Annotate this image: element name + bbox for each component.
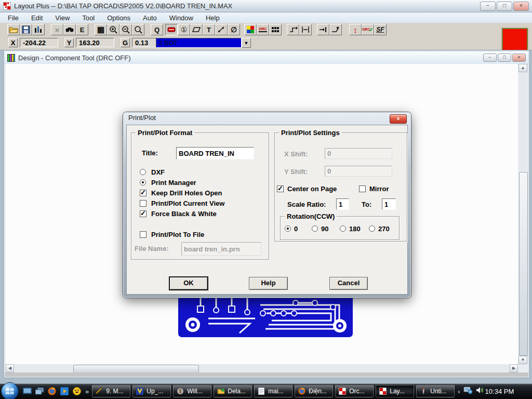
task-button-active[interactable]: Lay... [376, 385, 414, 397]
query-icon[interactable]: Q [151, 24, 163, 35]
drc-check-icon[interactable]: DRC✓ [362, 24, 374, 35]
edit-segment-icon[interactable] [287, 24, 299, 35]
horizontal-scrollbar[interactable]: ◀ ▶ [6, 364, 518, 373]
dxf-radio[interactable] [140, 169, 146, 175]
menu-options[interactable]: Options [102, 13, 135, 23]
close-icon[interactable]: × [513, 2, 529, 11]
network-icon[interactable] [463, 386, 473, 396]
dxf-label[interactable]: DXF [151, 168, 165, 176]
shove-icon[interactable]: SF [374, 24, 387, 35]
component-tool-icon[interactable] [165, 24, 178, 35]
error-marker-icon[interactable]: ↕ [349, 24, 362, 35]
volume-icon[interactable] [476, 387, 484, 396]
force-bw-label[interactable]: Force Black & White [151, 210, 217, 218]
messenger-icon[interactable] [72, 386, 82, 396]
ratsnest-icon[interactable] [269, 24, 282, 35]
show-desktop-icon[interactable] [22, 386, 32, 396]
task-button[interactable]: Điện... [295, 385, 333, 397]
spreadsheet-icon[interactable]: ▦ [95, 24, 107, 35]
menu-help[interactable]: Help [201, 13, 224, 23]
text-tool-icon[interactable]: T [203, 24, 215, 35]
cancel-button[interactable]: Cancel [329, 277, 368, 290]
center-on-page-checkbox[interactable] [277, 185, 284, 192]
minimize-icon[interactable]: − [480, 2, 496, 11]
zoom-all-icon[interactable] [132, 24, 144, 35]
taskbar-clock[interactable]: 10:34 PM [485, 388, 514, 395]
rotation-180-radio[interactable] [340, 225, 346, 232]
rotation-270-label[interactable]: 270 [378, 225, 390, 233]
dimension-tool-icon[interactable] [215, 24, 228, 35]
start-button[interactable] [1, 382, 19, 399]
tray-overflow-icon[interactable]: ‹ [458, 388, 460, 395]
force-bw-checkbox[interactable] [140, 210, 147, 217]
child-close-icon[interactable]: × [512, 54, 526, 62]
menu-tool[interactable]: Tool [77, 13, 99, 23]
task-button[interactable]: Dela... [214, 385, 252, 397]
scroll-right-icon[interactable]: ▶ [510, 364, 518, 373]
help-button[interactable]: Help [249, 277, 288, 290]
task-button[interactable]: Orc... [335, 385, 374, 397]
scroll-down-icon[interactable]: ▼ [518, 356, 527, 364]
scale-to-input[interactable] [382, 198, 396, 210]
edit-icon[interactable]: E [76, 24, 88, 35]
library-manager-icon[interactable] [32, 24, 45, 35]
scroll-up-icon[interactable]: ▲ [518, 64, 527, 72]
horizontal-scroll-thumb[interactable] [73, 365, 199, 373]
delete-icon[interactable]: × [51, 24, 63, 35]
keep-drill-holes-checkbox[interactable] [140, 190, 147, 196]
save-icon[interactable] [20, 24, 32, 35]
menu-file[interactable]: File [3, 13, 23, 23]
zoom-in-icon[interactable] [107, 24, 119, 35]
ok-button[interactable]: OK [169, 277, 208, 290]
dialog-close-icon[interactable]: × [390, 114, 407, 124]
layer-dropdown-arrow-icon[interactable]: ▼ [242, 38, 251, 48]
rotation-270-radio[interactable] [369, 225, 375, 232]
vertical-scrollbar[interactable]: ▲ ▼ [518, 64, 527, 364]
route-from-icon[interactable] [317, 24, 329, 35]
zoom-out-icon[interactable] [119, 24, 132, 35]
task-button[interactable]: Up_... [132, 385, 171, 397]
center-on-page-label[interactable]: Center on Page [287, 185, 337, 193]
rotation-0-label[interactable]: 0 [294, 225, 298, 233]
colors-icon[interactable] [244, 24, 257, 35]
obstacle-tool-icon[interactable] [190, 24, 203, 35]
to-file-label[interactable]: Print/Plot To File [151, 231, 204, 238]
menu-window[interactable]: Window [165, 13, 198, 23]
media-player-icon[interactable] [59, 386, 70, 396]
maximize-icon[interactable]: □ [497, 2, 512, 11]
title-input[interactable] [176, 147, 254, 159]
quick-launch-overflow-icon[interactable]: » [85, 388, 89, 395]
rotation-0-radio[interactable] [285, 225, 291, 232]
mirror-label[interactable]: Mirror [369, 185, 389, 193]
child-maximize-icon[interactable]: □ [498, 54, 511, 62]
print-manager-label[interactable]: Print Manager [151, 179, 196, 187]
child-minimize-icon[interactable]: − [483, 54, 497, 62]
task-button[interactable]: Unti... [416, 385, 455, 397]
task-button[interactable]: mai... [254, 385, 292, 397]
layer-select[interactable]: 2 BOT [156, 38, 242, 48]
rotation-180-label[interactable]: 180 [349, 225, 361, 233]
switch-windows-icon[interactable] [34, 386, 45, 396]
pin-tool-icon[interactable]: ① [178, 24, 190, 35]
vertical-scroll-thumb[interactable] [519, 172, 528, 356]
menu-auto[interactable]: Auto [138, 13, 162, 23]
menu-view[interactable]: View [50, 13, 74, 23]
task-button[interactable]: 9. M... [92, 385, 130, 397]
current-view-label[interactable]: Print/Plot Current View [151, 200, 224, 207]
rotation-90-label[interactable]: 90 [321, 225, 328, 233]
route-to-icon[interactable] [329, 24, 342, 35]
task-button[interactable]: Will... [173, 385, 211, 397]
scroll-left-icon[interactable]: ◀ [6, 364, 14, 373]
print-manager-radio[interactable] [140, 179, 146, 185]
no-connect-icon[interactable]: ∅ [228, 24, 240, 35]
drc-box-icon[interactable]: DRC [257, 24, 269, 35]
menu-edit[interactable]: Edit [26, 13, 47, 23]
mirror-checkbox[interactable] [359, 185, 366, 192]
find-icon[interactable] [63, 24, 76, 35]
to-file-checkbox[interactable] [140, 231, 147, 238]
open-file-icon[interactable] [7, 24, 20, 35]
rotation-90-radio[interactable] [312, 225, 318, 232]
scale-ratio-input[interactable] [336, 198, 349, 210]
firefox-icon[interactable] [47, 386, 57, 396]
spacing-icon[interactable] [299, 24, 312, 35]
